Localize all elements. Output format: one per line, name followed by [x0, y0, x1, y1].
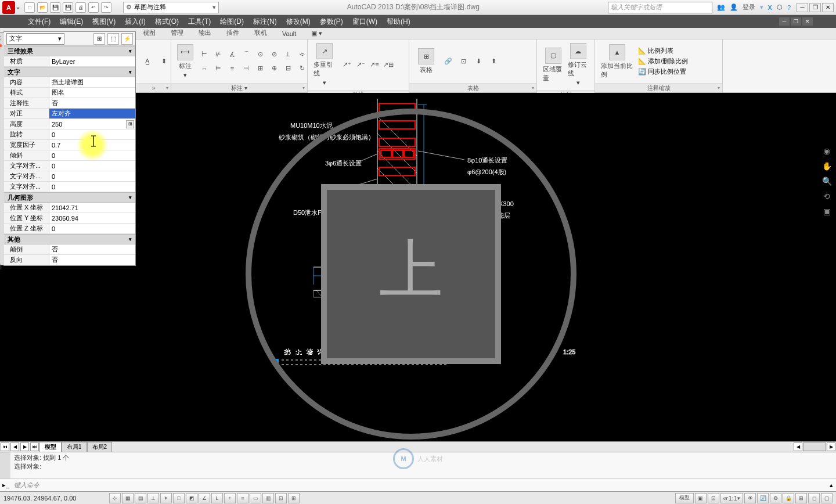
- status-otrack-button[interactable]: ∠: [199, 493, 210, 503]
- prop-taligny-value[interactable]: 0: [49, 171, 135, 181]
- help-search-input[interactable]: 输入关键字或短语: [608, 2, 712, 13]
- status-sc-button[interactable]: ⊡: [275, 493, 287, 503]
- status-model-button[interactable]: 模型: [675, 493, 694, 503]
- qat-redo-icon[interactable]: ↷: [101, 2, 111, 13]
- dim-continue-icon[interactable]: ↔: [198, 62, 211, 75]
- prop-height-value[interactable]: 250⊞: [49, 119, 135, 129]
- status-coords[interactable]: 19476.03, 24964.67, 0.00: [3, 495, 102, 502]
- status-toolbar-lock-button[interactable]: 🔒: [783, 493, 794, 503]
- menu-window[interactable]: 窗口(W): [348, 15, 382, 28]
- hscroll-left-button[interactable]: ◀: [794, 442, 802, 451]
- select-objects-icon[interactable]: ⬚: [107, 33, 119, 45]
- add-current-scale-button[interactable]: ▲添加当前比例: [600, 43, 635, 80]
- prop-talignx-value[interactable]: 0: [49, 161, 135, 171]
- layout-tab-layout2[interactable]: 布局2: [87, 442, 113, 452]
- command-input[interactable]: 键入命令: [12, 481, 827, 489]
- palette-close-icon[interactable]: ✕: [0, 35, 1, 41]
- status-annoauto-button[interactable]: 🔄: [757, 493, 769, 503]
- palette-title-bar[interactable]: ✕ 📌 特性: [0, 32, 4, 265]
- stay-connected-icon[interactable]: ⬡: [777, 3, 783, 11]
- status-am-button[interactable]: ⊞: [288, 493, 300, 503]
- signin-label[interactable]: 登录: [743, 3, 755, 12]
- window-minimize-button[interactable]: ─: [797, 3, 808, 12]
- nav-pan-icon[interactable]: ✋: [821, 160, 833, 172]
- dim-radius-icon[interactable]: ⊙: [254, 48, 266, 61]
- window-close-button[interactable]: ✕: [822, 3, 834, 12]
- dim-tolerance-icon[interactable]: ⊞: [254, 62, 266, 75]
- dim-jogged-icon[interactable]: ⤽: [296, 48, 308, 61]
- scale-list-button[interactable]: 📐 比例列表: [638, 46, 688, 55]
- hscroll-right-button[interactable]: ▶: [827, 442, 835, 451]
- dim-ordinate-icon[interactable]: ⊥: [282, 48, 294, 61]
- ribbon-tab-plugins[interactable]: 插件: [220, 27, 246, 39]
- status-dyn-button[interactable]: +: [224, 493, 236, 503]
- help-icon[interactable]: ?: [787, 4, 791, 11]
- status-clean-button[interactable]: ▢: [821, 493, 833, 503]
- ribbon-tab-expander[interactable]: ▣ ▾: [305, 28, 329, 39]
- dim-space-icon[interactable]: ≡: [226, 62, 239, 75]
- leader-add-icon[interactable]: ↗⁺: [340, 59, 353, 71]
- ribbon-tab-output[interactable]: 输出: [192, 27, 218, 39]
- category-text[interactable]: 文字: [4, 67, 135, 77]
- category-3deffects[interactable]: 三维效果: [4, 46, 135, 56]
- qat-saveas-icon[interactable]: 💾: [63, 2, 73, 13]
- dim-inspect-icon[interactable]: ⊟: [282, 62, 294, 75]
- prop-posz-value[interactable]: 0: [49, 224, 135, 233]
- signin-user-icon[interactable]: 👤: [730, 3, 738, 11]
- leader-collect-icon[interactable]: ↗⊞: [382, 59, 395, 71]
- status-annoscale-button[interactable]: 🙰 1:1 ▾: [720, 493, 743, 503]
- prop-backward-value[interactable]: 否: [49, 255, 135, 265]
- prop-upsidedown-value[interactable]: 否: [49, 244, 135, 254]
- prop-justify-value[interactable]: 左对齐: [49, 109, 135, 118]
- layout-next-button[interactable]: ▶: [20, 442, 29, 451]
- qat-plot-icon[interactable]: 🖨: [75, 2, 86, 13]
- window-restore-button[interactable]: ❐: [809, 3, 821, 12]
- prop-obliquing-value[interactable]: 0: [49, 150, 135, 160]
- quick-select-icon[interactable]: ⚡: [121, 33, 133, 45]
- layout-tab-layout1[interactable]: 布局1: [62, 442, 87, 452]
- qat-save-icon[interactable]: 💾: [50, 2, 60, 13]
- status-ws-button[interactable]: ⚙: [770, 493, 781, 503]
- menu-view[interactable]: 视图(V): [88, 15, 120, 28]
- dim-diameter-icon[interactable]: ⊘: [268, 48, 280, 61]
- status-isolate-button[interactable]: ◻: [808, 493, 820, 503]
- status-layout-max-button[interactable]: ⊡: [708, 493, 719, 503]
- status-snap-button[interactable]: ▦: [122, 493, 134, 503]
- prop-posy-value[interactable]: 23060.94: [49, 213, 135, 223]
- table-link-icon[interactable]: 🔗: [442, 55, 455, 68]
- sync-scale-button[interactable]: 🔄 同步比例位置: [638, 67, 688, 76]
- nav-wheel-icon[interactable]: ◉: [821, 145, 833, 157]
- mdi-close-button[interactable]: ✕: [802, 17, 813, 26]
- object-type-dropdown[interactable]: 文字: [6, 33, 64, 45]
- dim-break-icon[interactable]: ⊣: [240, 62, 253, 75]
- ribbon-tab-online[interactable]: 联机: [248, 27, 273, 39]
- menu-modify[interactable]: 修改(M): [282, 15, 315, 28]
- category-geometry[interactable]: 几何图形: [4, 192, 135, 203]
- leader-remove-icon[interactable]: ↗⁻: [354, 59, 367, 71]
- status-annovis-button[interactable]: 👁: [744, 493, 756, 503]
- status-grid-button[interactable]: ▤: [135, 493, 146, 503]
- status-lwt-button[interactable]: ≡: [237, 493, 248, 503]
- mdi-minimize-button[interactable]: ─: [779, 17, 790, 26]
- command-prompt-icon[interactable]: ▸_: [0, 480, 12, 491]
- app-menu-button[interactable]: A: [2, 1, 15, 14]
- menu-parametric[interactable]: 参数(P): [315, 15, 348, 28]
- dim-center-icon[interactable]: ⊕: [268, 62, 280, 75]
- menu-file[interactable]: 文件(F): [23, 15, 55, 28]
- prop-posx-value[interactable]: 21042.71: [49, 203, 135, 213]
- category-misc[interactable]: 其他: [4, 234, 135, 244]
- status-qp-button[interactable]: ▥: [262, 493, 274, 503]
- toggle-pickadd-icon[interactable]: ⊞: [93, 33, 105, 45]
- status-3dosnap-button[interactable]: ◩: [186, 493, 197, 503]
- table-extract-icon[interactable]: ⊡: [457, 55, 470, 68]
- dimension-button[interactable]: ⟷标注▾: [176, 43, 194, 80]
- palette-pin-icon[interactable]: 📌: [0, 44, 2, 50]
- status-tpy-button[interactable]: ▭: [250, 493, 261, 503]
- nav-zoom-icon[interactable]: 🔍: [821, 175, 833, 187]
- prop-material-value[interactable]: ByLayer: [49, 56, 135, 66]
- prop-widthfactor-value[interactable]: 0.7: [49, 140, 135, 150]
- menu-edit[interactable]: 编辑(E): [55, 15, 88, 28]
- ribbon-tab-view[interactable]: 视图: [136, 27, 162, 39]
- signin-icon[interactable]: 👥: [717, 3, 725, 11]
- command-history[interactable]: 选择对象: 找到 1 个 选择对象:: [0, 452, 836, 478]
